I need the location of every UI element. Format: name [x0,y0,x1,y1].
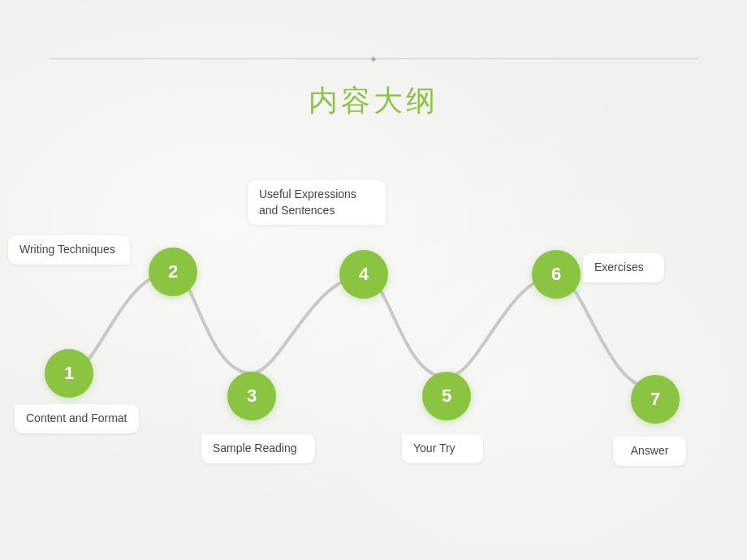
label-5: Your Try [402,434,483,463]
circle-6: 6 [532,250,581,299]
page-title: 内容大纲 [0,81,747,121]
circle-5: 5 [422,372,471,420]
label-6: Exercises [583,253,664,282]
circle-7: 7 [631,375,680,424]
label-2: Writing Techniques [8,235,130,265]
circle-4: 4 [339,250,388,299]
label-4: Useful Expressionsand Sentences [248,180,386,225]
circle-3: 3 [227,372,276,420]
label-1: Content and Format [15,404,139,433]
label-3: Sample Reading [201,434,315,463]
circle-1: 1 [45,349,93,398]
circle-2: 2 [149,248,197,296]
top-star: ✦ [369,53,378,66]
label-7: Answer [613,437,686,466]
